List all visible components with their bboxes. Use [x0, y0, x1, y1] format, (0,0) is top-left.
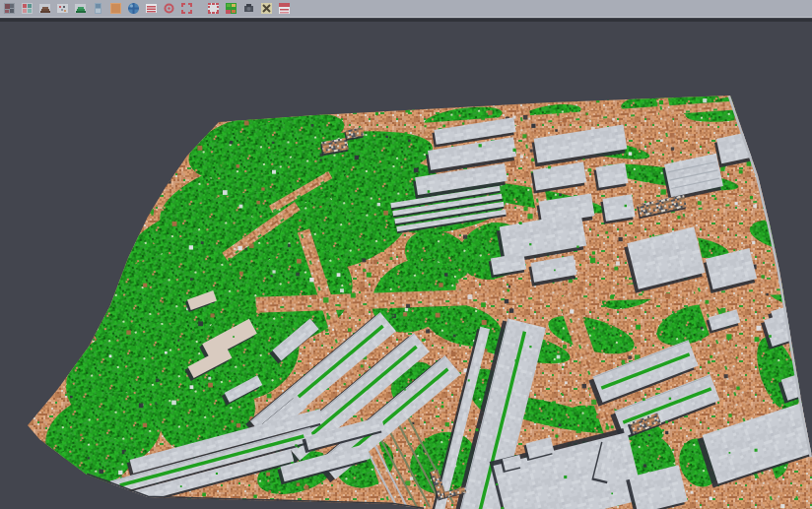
globe-button[interactable]	[126, 1, 141, 16]
color-scale-button[interactable]	[20, 1, 34, 16]
view-cube-button[interactable]	[2, 1, 17, 16]
camera-button[interactable]	[241, 1, 256, 16]
column-panel-button[interactable]	[91, 1, 105, 16]
terrain-green-icon	[74, 2, 87, 15]
delete-x-icon	[260, 2, 273, 15]
list-button[interactable]	[144, 1, 159, 16]
crop-box-icon	[207, 2, 220, 15]
camera-icon	[242, 2, 255, 15]
viewport-3d-render[interactable]	[0, 0, 812, 509]
toolbar-divider	[0, 19, 812, 22]
crop-box-button[interactable]	[206, 1, 221, 16]
column-panel-icon	[92, 2, 104, 15]
delete-x-button[interactable]	[259, 1, 274, 16]
ortho-photo-button[interactable]	[108, 1, 123, 16]
ortho-photo-icon	[109, 2, 122, 15]
toolbar-group	[206, 1, 292, 16]
application-window	[0, 0, 812, 509]
point-cloud-button[interactable]	[55, 1, 70, 16]
point-cloud-icon	[56, 2, 69, 15]
list-icon	[145, 2, 158, 15]
toolbar-group-separator	[194, 8, 206, 9]
remove-list-icon	[278, 2, 291, 15]
classification-icon	[225, 2, 237, 15]
main-toolbar	[0, 0, 812, 18]
color-scale-icon	[21, 2, 34, 15]
target-button[interactable]	[162, 1, 176, 16]
terrain-green-button[interactable]	[73, 1, 88, 16]
view-cube-icon	[3, 2, 16, 15]
target-icon	[163, 2, 175, 15]
toolbar-group	[2, 1, 194, 16]
remove-list-button[interactable]	[277, 1, 292, 16]
terrain-brown-button[interactable]	[37, 1, 52, 16]
classification-button[interactable]	[224, 1, 238, 16]
globe-icon	[127, 2, 140, 15]
selection-brackets-button[interactable]	[179, 1, 194, 16]
selection-brackets-icon	[180, 2, 193, 15]
point-cloud	[20, 89, 812, 509]
terrain-brown-icon	[38, 2, 51, 15]
